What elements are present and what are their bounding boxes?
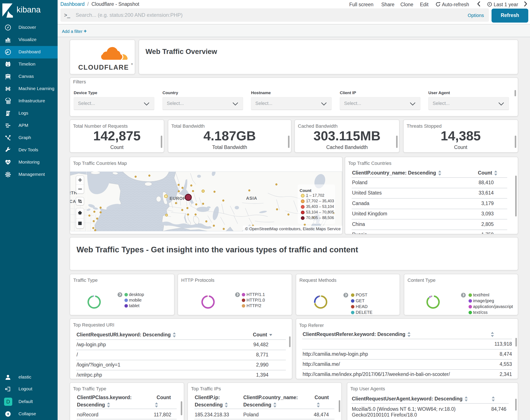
svg-text:AMERICA: AMERICA [70,199,76,204]
svg-text:CLOUDFLARE: CLOUDFLARE [78,64,129,71]
svg-text:ASIA: ASIA [246,196,257,201]
svg-text:®: ® [131,63,133,65]
